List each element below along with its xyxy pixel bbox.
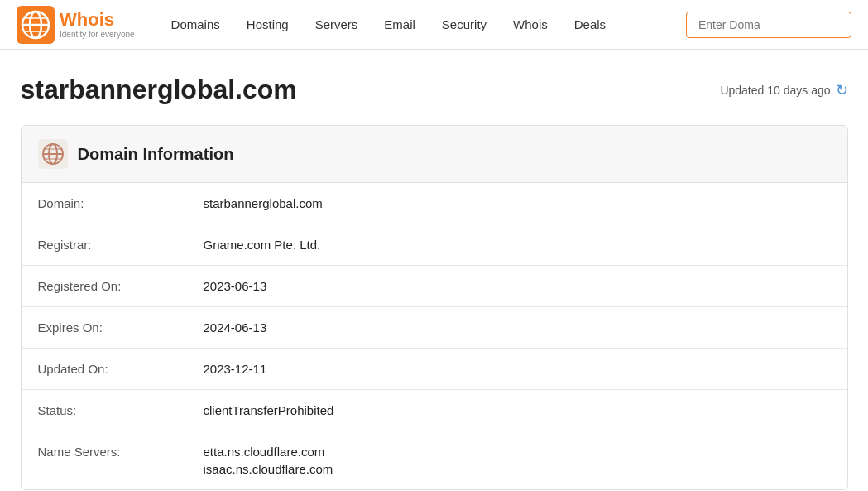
refresh-icon[interactable]: ↻ bbox=[836, 81, 848, 99]
www-globe-icon bbox=[38, 139, 68, 169]
nav-item-whois[interactable]: Whois bbox=[501, 11, 559, 38]
logo-link[interactable]: Whois Identity for everyone bbox=[17, 6, 135, 44]
row-label: Name Servers: bbox=[22, 431, 187, 490]
row-value: clientTransferProhibited bbox=[187, 390, 847, 431]
row-value: 2024-06-13 bbox=[187, 307, 847, 349]
row-label: Registered On: bbox=[22, 266, 187, 307]
table-row: Registered On:2023-06-13 bbox=[22, 266, 847, 307]
row-label: Registrar: bbox=[22, 224, 187, 266]
row-value: 2023-12-11 bbox=[187, 349, 847, 390]
logo-icon bbox=[17, 6, 55, 44]
row-label: Status: bbox=[22, 390, 187, 431]
row-label: Updated On: bbox=[22, 349, 187, 390]
nav-item-domains[interactable]: Domains bbox=[160, 11, 232, 38]
card-title: Domain Information bbox=[78, 145, 234, 164]
updated-label: Updated 10 days ago bbox=[720, 84, 830, 97]
row-value: etta.ns.cloudflare.comisaac.ns.cloudflar… bbox=[187, 431, 847, 490]
main-content: starbannerglobal.com Updated 10 days ago… bbox=[4, 50, 865, 491]
table-row: Status:clientTransferProhibited bbox=[22, 390, 847, 431]
nav-links: Domains Hosting Servers Email Security W… bbox=[160, 11, 686, 38]
logo-tagline: Identity for everyone bbox=[60, 30, 135, 39]
nav-item-security[interactable]: Security bbox=[430, 11, 498, 38]
row-value: starbannerglobal.com bbox=[187, 183, 847, 224]
domain-info-table: Domain:starbannerglobal.comRegistrar:Gna… bbox=[22, 183, 847, 489]
page-title: starbannerglobal.com bbox=[21, 75, 297, 105]
table-row: Expires On:2024-06-13 bbox=[22, 307, 847, 349]
table-row: Registrar:Gname.com Pte. Ltd. bbox=[22, 224, 847, 266]
table-row: Domain:starbannerglobal.com bbox=[22, 183, 847, 224]
logo-brand: Whois bbox=[60, 10, 135, 30]
nav-item-hosting[interactable]: Hosting bbox=[235, 11, 300, 38]
row-label: Expires On: bbox=[22, 307, 187, 349]
nameserver-entry: isaac.ns.cloudflare.com bbox=[204, 462, 831, 476]
domain-search-input[interactable] bbox=[686, 12, 851, 38]
domain-info-card: Domain Information Domain:starbannerglob… bbox=[21, 125, 848, 490]
nav-item-servers[interactable]: Servers bbox=[304, 11, 370, 38]
table-row: Name Servers:etta.ns.cloudflare.comisaac… bbox=[22, 431, 847, 490]
row-label: Domain: bbox=[22, 183, 187, 224]
row-value: Gname.com Pte. Ltd. bbox=[187, 224, 847, 266]
updated-info: Updated 10 days ago ↻ bbox=[720, 81, 847, 99]
nav-item-deals[interactable]: Deals bbox=[563, 11, 617, 38]
nameserver-entry: etta.ns.cloudflare.com bbox=[204, 445, 831, 459]
page-header: starbannerglobal.com Updated 10 days ago… bbox=[21, 75, 848, 105]
table-row: Updated On:2023-12-11 bbox=[22, 349, 847, 390]
row-value: 2023-06-13 bbox=[187, 266, 847, 307]
card-header: Domain Information bbox=[22, 126, 847, 183]
navbar: Whois Identity for everyone Domains Host… bbox=[0, 0, 868, 50]
nav-item-email[interactable]: Email bbox=[372, 11, 427, 38]
